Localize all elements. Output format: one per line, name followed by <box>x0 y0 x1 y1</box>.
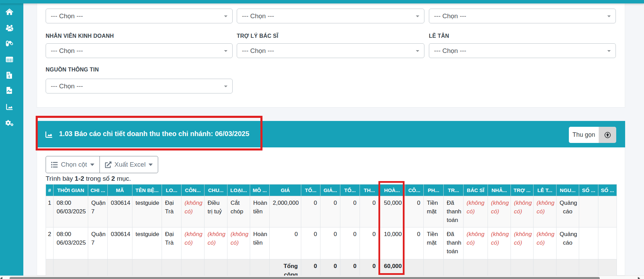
svg-text:$: $ <box>8 75 10 78</box>
